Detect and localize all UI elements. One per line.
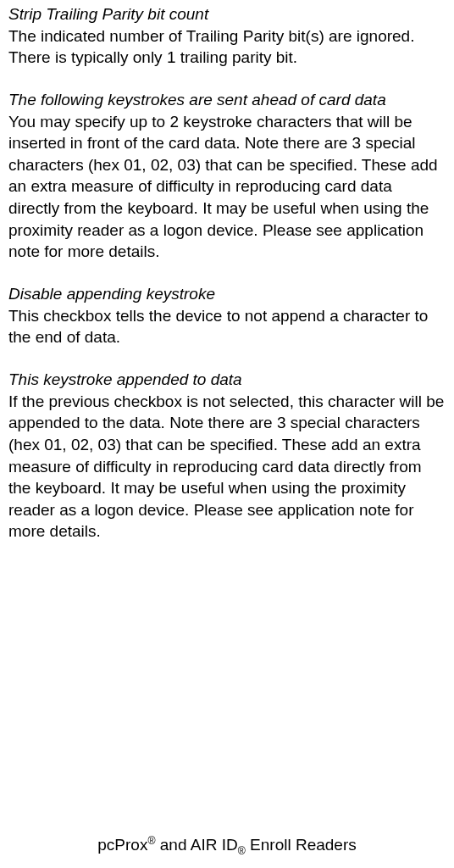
page-footer: pcProx® and AIR ID® Enroll Readers [0, 834, 454, 856]
section-body: This checkbox tells the device to not ap… [8, 307, 428, 347]
document-page: Strip Trailing Parity bit count The indi… [0, 0, 454, 868]
section-title: This keystroke appended to data [8, 370, 242, 388]
footer-text-part1: pcProx [97, 836, 147, 854]
section-body: You may specify up to 2 keystroke charac… [8, 113, 438, 261]
section-title: Disable appending keystroke [8, 285, 215, 303]
section-title: Strip Trailing Parity bit count [8, 5, 208, 23]
section-keystrokes-ahead: The following keystrokes are sent ahead … [8, 89, 446, 263]
footer-text-part3: Enroll Readers [246, 836, 357, 854]
section-body: If the previous checkbox is not selected… [8, 392, 444, 541]
registered-subscript: ® [238, 845, 246, 857]
section-body: The indicated number of Trailing Parity … [8, 27, 414, 67]
section-strip-trailing: Strip Trailing Parity bit count The indi… [8, 3, 446, 69]
registered-superscript: ® [147, 835, 155, 847]
section-disable-append: Disable appending keystroke This checkbo… [8, 283, 446, 348]
section-keystroke-appended: This keystroke appended to data If the p… [8, 369, 446, 542]
footer-text-part2: and AIR ID [156, 836, 238, 854]
section-title: The following keystrokes are sent ahead … [8, 91, 386, 108]
